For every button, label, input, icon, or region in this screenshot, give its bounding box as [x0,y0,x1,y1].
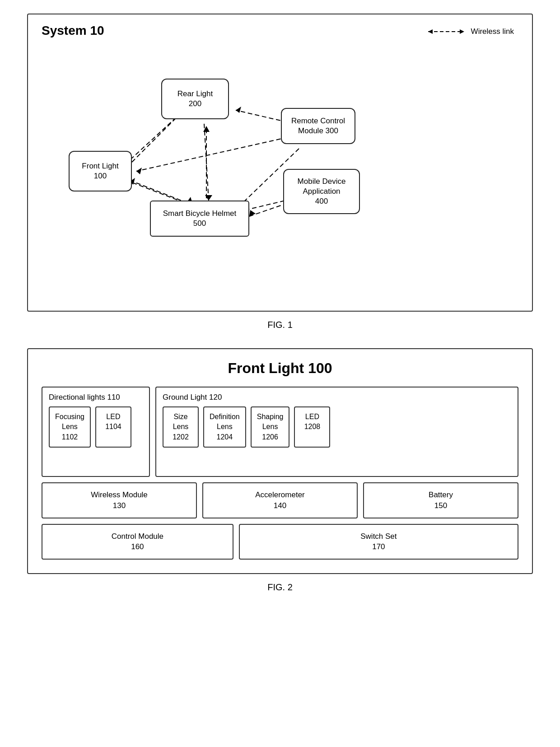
fig2-caption: FIG. 2 [27,582,533,593]
fig1-container: System 10 Wireless link [27,14,533,312]
mobile-device-node: Mobile DeviceApplication400 [283,169,360,214]
remote-control-label: Remote ControlModule 300 [291,116,345,136]
focusing-lens-label: FocusingLens1102 [55,413,84,441]
svg-line-5 [204,124,209,201]
helmet-label: Smart Bicycle Helmet500 [163,209,236,229]
focusing-lens-box: FocusingLens1102 [49,406,91,448]
wireless-link-arrow-icon [426,27,467,36]
wireless-legend-label: Wireless link [471,27,514,36]
ground-light-title: Ground Light 120 [163,393,511,402]
battery-label: Battery150 [429,490,453,510]
accelerometer-cell: Accelerometer140 [202,482,358,518]
remote-control-node: Remote ControlModule 300 [281,108,355,144]
svg-marker-1 [460,29,464,34]
svg-marker-6 [205,195,212,201]
led-1208-label: LED1208 [304,413,321,430]
ground-light-inner-row: SizeLens1202 DefinitionLens1204 ShapingL… [163,406,511,448]
front-light-node: Front Light100 [69,151,132,191]
wireless-legend: Wireless link [426,27,514,36]
switch-set-label: Switch Set170 [360,532,397,551]
svg-marker-12 [236,107,241,113]
fig2-title: Front Light 100 [42,360,518,377]
rear-light-label: Rear Light200 [177,89,213,109]
definition-lens-box: DefinitionLens1204 [203,406,246,448]
control-module-cell: Control Module160 [42,524,233,560]
svg-marker-18 [249,210,256,216]
directional-lights-title: Directional lights 110 [49,393,143,402]
wireless-module-label: Wireless Module130 [91,490,148,510]
battery-cell: Battery150 [363,482,518,518]
shaping-lens-label: ShapingLens1206 [257,413,284,441]
size-lens-box: SizeLens1202 [163,406,199,448]
svg-marker-2 [428,29,433,34]
front-light-label: Front Light100 [82,161,118,181]
rear-light-node: Rear Light200 [161,79,229,119]
svg-line-3 [125,112,182,164]
led-1208-box: LED1208 [294,406,330,448]
fig2-container: Front Light 100 Directional lights 110 F… [27,348,533,574]
helmet-node: Smart Bicycle Helmet500 [150,201,249,237]
fig2-row3: Control Module160 Switch Set170 [42,524,518,560]
diagram-area: Rear Light200 Remote ControlModule 300 F… [42,42,518,295]
fig1-caption: FIG. 1 [27,320,533,330]
svg-marker-14 [136,168,142,174]
directional-inner-row: FocusingLens1102 LED1104 [49,406,143,448]
control-module-label: Control Module160 [112,532,163,551]
shaping-lens-box: ShapingLens1206 [251,406,290,448]
definition-lens-label: DefinitionLens1204 [210,413,240,441]
mobile-device-label: Mobile DeviceApplication400 [298,177,346,206]
fig2-row2: Wireless Module130 Accelerometer140 Batt… [42,482,518,518]
fig2-grid: Directional lights 110 FocusingLens1102 … [42,387,518,560]
svg-marker-20 [203,126,210,132]
svg-line-13 [136,137,288,171]
ground-light-box: Ground Light 120 SizeLens1202 Definition… [155,387,518,477]
directional-lights-box: Directional lights 110 FocusingLens1102 … [42,387,150,477]
led-1104-label: LED1104 [105,413,121,430]
fig2-row1: Directional lights 110 FocusingLens1102 … [42,387,518,477]
size-lens-label: SizeLens1202 [173,413,189,441]
switch-set-cell: Switch Set170 [239,524,518,560]
wireless-module-cell: Wireless Module130 [42,482,197,518]
led-1104-box: LED1104 [95,406,131,448]
accelerometer-label: Accelerometer140 [255,490,305,510]
